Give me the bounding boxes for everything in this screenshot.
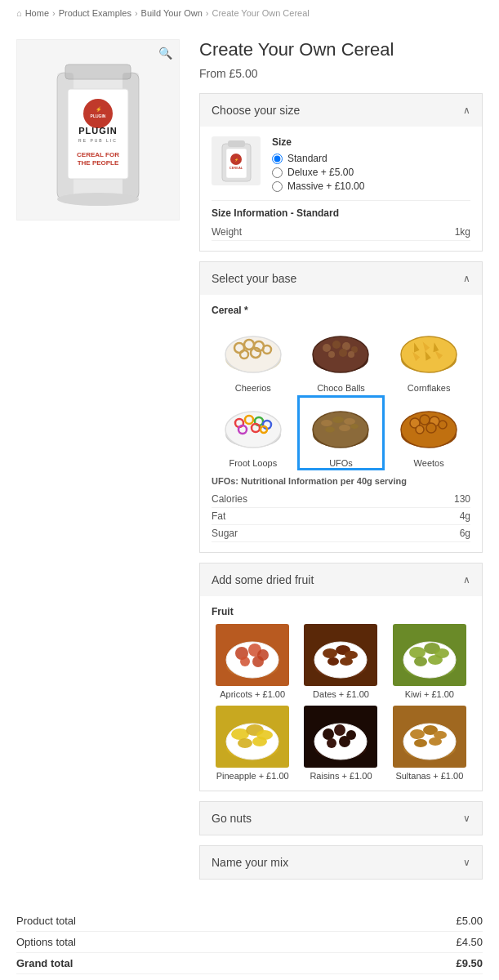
dried-fruit-section: Add some dried fruit ∧ Fruit Apricots + … — [199, 563, 483, 791]
svg-point-34 — [339, 349, 347, 357]
fruit-image-sultanas — [393, 706, 466, 768]
fruit-grid: Apricots + £1.00 Dates + £1.00 Kiwi + £1… — [212, 624, 470, 781]
product-image-column: 🔍 ⚡ PLUGIN P — [16, 39, 180, 889]
breadcrumb-build-your-own[interactable]: Build Your Own — [141, 8, 203, 18]
name-mix-header[interactable]: Name your mix ∨ — [200, 846, 482, 879]
svg-point-92 — [428, 655, 443, 665]
size-info-row-value: 1kg — [455, 226, 470, 238]
product-bag-svg: ⚡ PLUGIN PLUGIN RE PUB LIC CEREAL FOR TH… — [45, 52, 151, 207]
choose-size-title: Choose your size — [212, 104, 300, 117]
nutrition-label: Calories — [212, 493, 247, 505]
name-mix-title: Name your mix — [212, 856, 288, 869]
fruit-name-kiwi: Kiwi + £1.00 — [405, 689, 454, 699]
size-radio-massive[interactable] — [272, 181, 283, 192]
cereal-item-weeto[interactable]: Weetos — [387, 398, 470, 468]
go-nuts-header[interactable]: Go nuts ∨ — [200, 802, 482, 835]
go-nuts-title: Go nuts — [212, 812, 252, 825]
fruit-item-dates[interactable]: Dates + £1.00 — [300, 624, 381, 699]
cereal-item-corn[interactable]: Cornflakes — [387, 323, 470, 393]
svg-point-83 — [327, 657, 339, 666]
fruit-item-kiwi[interactable]: Kiwi + £1.00 — [389, 624, 470, 699]
svg-point-99 — [238, 738, 252, 748]
cereal-item-choco[interactable]: Choco Balls — [300, 323, 383, 393]
nutrition-label: Fat — [212, 510, 225, 522]
dried-fruit-chevron-icon: ∧ — [463, 574, 470, 586]
svg-text:RE PUB LIC: RE PUB LIC — [78, 138, 118, 143]
cereal-name-ufo: UFOs — [329, 458, 353, 468]
breadcrumb-product-examples[interactable]: Product Examples — [59, 8, 131, 18]
dried-fruit-body: Fruit Apricots + £1.00 Dates + £1.00 — [200, 596, 482, 791]
svg-rect-1 — [65, 65, 131, 79]
svg-text:⚡: ⚡ — [234, 158, 238, 162]
breadcrumb-current: Create Your Own Cereal — [212, 8, 310, 18]
name-mix-section: Name your mix ∨ — [199, 845, 483, 880]
breadcrumb-sep3: › — [206, 8, 209, 18]
svg-point-67 — [416, 425, 424, 434]
nutrition-value: 4g — [460, 510, 470, 522]
cereal-image-froot — [219, 398, 287, 455]
select-base-chevron-icon: ∧ — [463, 273, 470, 284]
cereal-image-choco — [306, 323, 375, 380]
svg-point-100 — [252, 737, 267, 746]
svg-point-75 — [240, 657, 250, 666]
cereal-name-corn: Cornflakes — [408, 383, 451, 393]
fruit-name-raisins: Raisins + £1.00 — [310, 771, 372, 781]
size-option-standard[interactable]: Standard — [272, 153, 470, 164]
zoom-icon[interactable]: 🔍 — [158, 47, 172, 60]
nutrition-rows: Calories130Fat4gSugar6g — [212, 491, 470, 542]
choose-size-header[interactable]: Choose your size ∧ — [200, 94, 482, 127]
size-thumb-svg: ⚡ CEREAL — [218, 137, 255, 185]
fruit-image-apricot — [216, 624, 289, 686]
dried-fruit-title: Add some dried fruit — [212, 573, 314, 586]
cereal-name-weeto: Weetos — [414, 458, 444, 468]
select-base-title: Select your base — [212, 272, 296, 285]
svg-point-29 — [323, 344, 331, 352]
breadcrumb-home[interactable]: Home — [25, 8, 49, 18]
size-label-massive: Massive + £10.00 — [287, 180, 364, 192]
size-option-deluxe[interactable]: Deluxe + £5.00 — [272, 167, 470, 178]
select-base-section: Select your base ∧ Cereal * Cheerios — [199, 261, 483, 553]
go-nuts-chevron-icon: ∨ — [463, 813, 470, 824]
size-label-standard: Standard — [287, 153, 327, 164]
svg-point-84 — [340, 657, 353, 666]
svg-point-37 — [401, 336, 457, 372]
fruit-item-sultanas[interactable]: Sultanas + £1.00 — [389, 706, 470, 781]
svg-point-56 — [332, 416, 344, 423]
product-price: From £5.00 — [199, 67, 483, 80]
options-total-value: £4.50 — [456, 936, 483, 948]
fruit-item-apricot[interactable]: Apricots + £1.00 — [212, 624, 293, 699]
cereal-item-ufo[interactable]: UFOs — [300, 398, 383, 468]
cereal-item-froot[interactable]: Froot Loops — [212, 398, 295, 468]
fruit-name-apricot: Apricots + £1.00 — [220, 689, 285, 699]
size-label: Size — [272, 136, 470, 148]
breadcrumb-sep2: › — [135, 8, 138, 18]
dried-fruit-header[interactable]: Add some dried fruit ∧ — [200, 564, 482, 596]
svg-point-68 — [426, 423, 436, 433]
select-base-header[interactable]: Select your base ∧ — [200, 262, 482, 295]
fruit-label: Fruit — [212, 606, 470, 617]
nutrition-value: 130 — [454, 493, 470, 505]
cereal-item-cheerios[interactable]: Cheerios — [212, 323, 295, 393]
cereal-name-choco: Choco Balls — [317, 383, 365, 393]
cereal-grid: Cheerios Choco Balls Cornflakes — [212, 323, 470, 468]
svg-point-64 — [420, 415, 430, 425]
size-radio-deluxe[interactable] — [272, 167, 283, 178]
svg-text:CEREAL: CEREAL — [229, 166, 243, 170]
fruit-item-raisins[interactable]: Raisins + £1.00 — [300, 706, 381, 781]
product-total-value: £5.00 — [456, 915, 483, 927]
size-info-title: Size Information - Standard — [212, 207, 470, 219]
fruit-name-sultanas: Sultanas + £1.00 — [395, 771, 463, 781]
cereal-name-cheerios: Cheerios — [235, 383, 271, 393]
cereal-name-froot: Froot Loops — [229, 458, 277, 468]
size-radio-standard[interactable] — [272, 154, 283, 164]
svg-point-80 — [323, 648, 337, 658]
cereal-image-weeto — [394, 398, 463, 455]
options-total-label: Options total — [16, 936, 76, 948]
fruit-image-pineapple — [216, 706, 289, 768]
product-image-wrapper: 🔍 ⚡ PLUGIN P — [16, 39, 180, 220]
fruit-image-raisins — [304, 706, 377, 768]
size-option-massive[interactable]: Massive + £10.00 — [272, 180, 470, 192]
fruit-item-pineapple[interactable]: Pineapple + £1.00 — [212, 706, 293, 781]
nutrition-row: Calories130 — [212, 491, 470, 508]
product-details-column: Create Your Own Cereal From £5.00 Choose… — [199, 39, 483, 889]
